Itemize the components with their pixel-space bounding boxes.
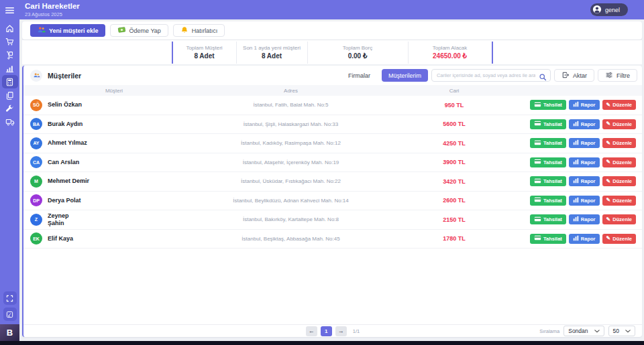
customer-balance: 2150 TL <box>377 216 531 223</box>
customer-name: Derya Polat <box>48 197 81 204</box>
chart-icon[interactable] <box>2 62 18 75</box>
filter-button[interactable]: Filtre <box>598 69 637 82</box>
customers-icon <box>30 70 42 82</box>
rapor-button[interactable]: Rapor <box>569 176 600 186</box>
filter-label: Filtre <box>616 72 630 79</box>
rapor-button[interactable]: Rapor <box>569 214 600 224</box>
avatar: AY <box>30 137 42 149</box>
table-row: M Mehmet Demir İstanbul, Üsküdar, Fıstık… <box>23 172 642 192</box>
cart-icon[interactable] <box>2 35 18 48</box>
card-icon <box>534 121 541 127</box>
duzenle-button[interactable]: ✎ Düzenle <box>602 176 636 186</box>
customer-address: İstanbul, Ataşehir, İçerenköy Mah. No:19 <box>205 159 377 165</box>
add-customer-button[interactable]: Yeni müşteri ekle <box>30 24 105 37</box>
tahsilat-button[interactable]: Tahsilat <box>530 176 566 186</box>
rapor-button[interactable]: Rapor <box>569 196 600 206</box>
export-label: Aktar <box>573 72 587 79</box>
chevron-down-icon <box>594 328 600 334</box>
table-empty-space <box>23 249 642 324</box>
tahsilat-button[interactable]: Tahsilat <box>530 214 566 224</box>
sort-order-value: Sondan <box>568 328 588 334</box>
sidebar-bottom <box>0 291 19 321</box>
add-customer-label: Yeni müşteri ekle <box>49 27 99 34</box>
customer-name: Ahmet Yılmaz <box>48 139 87 147</box>
per-page-select[interactable]: 50 <box>608 326 635 336</box>
export-button[interactable]: Aktar <box>554 69 594 82</box>
table-row: BA Burak Aydın İstanbul, Şişli, Halaskar… <box>23 115 642 135</box>
current-page-button[interactable]: 1 <box>321 326 332 336</box>
customer-balance: 2600 TL <box>377 197 531 204</box>
note-edit-icon[interactable] <box>3 307 17 321</box>
tahsilat-button[interactable]: Tahsilat <box>530 196 566 206</box>
duzenle-button[interactable]: ✎ Düzenle <box>602 214 636 224</box>
tab-firmalar[interactable]: Firmalar <box>340 69 378 82</box>
profile-button[interactable]: genel <box>590 3 628 16</box>
rapor-button[interactable]: Rapor <box>569 119 600 129</box>
calculator-icon[interactable] <box>2 75 18 88</box>
truck-icon[interactable] <box>2 115 18 129</box>
duzenle-button[interactable]: ✎ Düzenle <box>602 157 636 167</box>
customer-balance: 4250 TL <box>377 140 531 147</box>
pencil-icon: ✎ <box>606 217 611 222</box>
sort-order-select[interactable]: Sondan <box>564 326 604 336</box>
duzenle-button[interactable]: ✎ Düzenle <box>602 196 636 206</box>
panel-title: Müşteriler <box>48 72 81 80</box>
duzenle-button[interactable]: ✎ Düzenle <box>602 119 636 129</box>
rapor-button[interactable]: Rapor <box>569 234 600 244</box>
customer-cell: M Mehmet Demir <box>23 176 205 188</box>
rapor-button[interactable]: Rapor <box>569 138 600 148</box>
pencil-icon: ✎ <box>606 141 611 146</box>
customer-address: İstanbul, Bakırköy, Kartaltepe Mah. No:8 <box>205 216 377 222</box>
row-actions: Tahsilat Rapor ✎ Düzenle <box>531 214 642 224</box>
pay-button[interactable]: Ödeme Yap <box>110 24 168 37</box>
rapor-button[interactable]: Rapor <box>569 100 600 110</box>
copy-icon[interactable] <box>2 88 18 102</box>
user-icon <box>592 5 602 15</box>
bar-chart-icon <box>573 159 579 166</box>
menu-icon[interactable] <box>2 5 18 16</box>
tahsilat-button[interactable]: Tahsilat <box>530 119 566 129</box>
customer-address: İstanbul, Beylikdüzü, Adnan Kahveci Mah.… <box>205 198 377 204</box>
duzenle-button[interactable]: ✎ Düzenle <box>602 138 636 148</box>
prev-page-button[interactable]: ← <box>306 326 317 336</box>
search-icon[interactable] <box>539 72 547 84</box>
customer-address: İstanbul, Şişli, Halaskargazi Mah. No:33 <box>205 121 377 127</box>
fullscreen-icon[interactable] <box>3 291 17 305</box>
column-adres: Adres <box>205 88 377 94</box>
people-icon <box>37 25 46 36</box>
customer-address: İstanbul, Beşiktaş, Abbasağa Mah. No:45 <box>205 236 377 242</box>
tab-musterilerim[interactable]: Müşterilerim <box>382 69 428 82</box>
tahsilat-button[interactable]: Tahsilat <box>530 138 566 148</box>
tahsilat-button[interactable]: Tahsilat <box>530 100 566 110</box>
avatar: CA <box>30 156 42 168</box>
actions-card: Yeni müşteri ekle Ödeme Yap Hatırlatıcı <box>22 21 642 40</box>
reminder-button[interactable]: Hatırlatıcı <box>173 24 225 37</box>
customer-balance: 5600 TL <box>377 121 531 127</box>
table-row: DP Derya Polat İstanbul, Beylikdüzü, Adn… <box>23 192 642 211</box>
pay-label: Ödeme Yap <box>129 27 161 34</box>
handtruck-icon[interactable] <box>2 48 18 62</box>
per-page-value: 50 <box>613 328 619 334</box>
customer-address: İstanbul, Kadıköy, Rasimpaşa Mah. No:12 <box>205 140 377 146</box>
duzenle-button[interactable]: ✎ Düzenle <box>602 234 636 244</box>
table-header: Müşteri Adres Cari <box>23 85 642 96</box>
avatar: EK <box>30 232 42 245</box>
wrench-icon[interactable] <box>2 102 18 115</box>
next-page-button[interactable]: → <box>335 326 347 336</box>
home-icon[interactable] <box>2 21 18 35</box>
tahsilat-button[interactable]: Tahsilat <box>530 234 566 244</box>
rapor-button[interactable]: Rapor <box>569 157 600 167</box>
avatar: Z <box>30 214 42 226</box>
page-date: 23 Ağustos 2025 <box>25 11 80 17</box>
card-icon <box>534 235 541 242</box>
tahsilat-button[interactable]: Tahsilat <box>530 157 566 167</box>
duzenle-button[interactable]: ✎ Düzenle <box>602 100 636 110</box>
stat-total-debt: Toplam Borç0.00 ₺ <box>308 42 409 64</box>
table-footer: ← 1 → 1/1 Sıralama Sondan 50 <box>23 324 642 337</box>
customers-table: SÖ Selin Özkan İstanbul, Fatih, Balat Ma… <box>23 96 642 249</box>
row-actions: Tahsilat Rapor ✎ Düzenle <box>531 100 642 110</box>
search-input[interactable] <box>437 72 535 78</box>
stat-total-receivable: Toplam Alacak24650.00 ₺ <box>409 42 492 64</box>
app-logo[interactable]: B <box>0 324 19 341</box>
column-cari: Cari <box>377 88 531 94</box>
